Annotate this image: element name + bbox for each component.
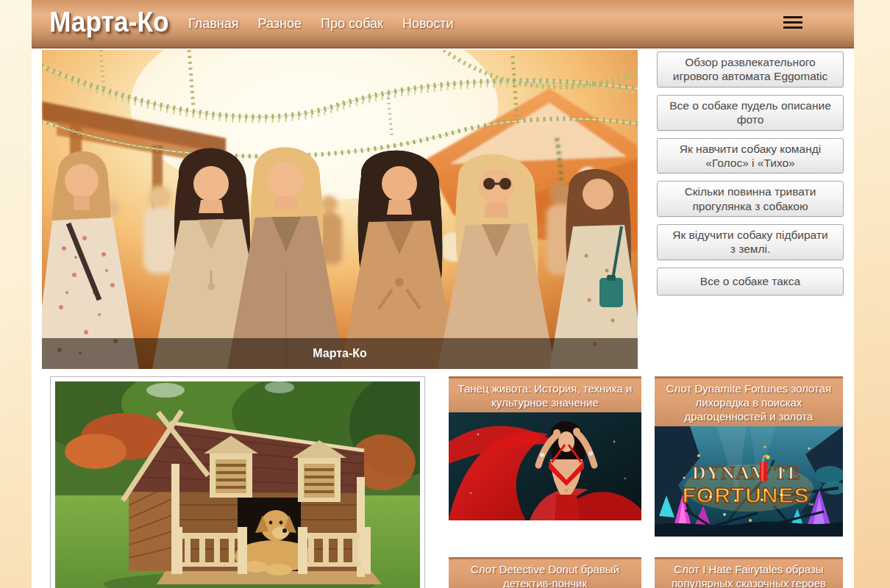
festival-photo bbox=[42, 50, 638, 369]
sidebar-link-walk-duration[interactable]: Скільки повинна тривати прогулянка з соб… bbox=[657, 181, 844, 217]
svg-text:FORTUNES: FORTUNES bbox=[683, 483, 810, 507]
i-hate-fairytales-card: Слот I Hate Fairytales образы популярных… bbox=[655, 557, 843, 588]
doghouse-photo[interactable] bbox=[55, 381, 420, 588]
svg-text:DYNAM TE: DYNAM TE bbox=[692, 462, 801, 484]
detective-donut-title[interactable]: Слот Detective Donut бравый детектив-пон… bbox=[449, 557, 641, 588]
hero-caption: Марта-Ко bbox=[42, 338, 638, 369]
belly-dance-title[interactable]: Танец живота: История, техника и культур… bbox=[449, 376, 641, 412]
site-logo[interactable]: Марта-Ко bbox=[49, 7, 169, 38]
main-container: Марта-Ко Главная Разное Про собак Новост… bbox=[32, 0, 854, 588]
nav-item-dogs[interactable]: Про собак bbox=[311, 16, 393, 32]
sidebar: Обзор развлекательного игрового автомата… bbox=[657, 51, 844, 303]
hamburger-menu-icon[interactable] bbox=[783, 15, 802, 32]
site-header: Марта-Ко Главная Разное Про собак Новост… bbox=[32, 0, 854, 49]
dynamite-fortunes-card: Слот Dynamite Fortunes золотая лихорадка… bbox=[655, 376, 843, 537]
i-hate-fairytales-title[interactable]: Слот I Hate Fairytales образы популярных… bbox=[655, 557, 843, 588]
sidebar-link-eggomatic[interactable]: Обзор развлекательного игрового автомата… bbox=[657, 51, 844, 87]
page: Марта-Ко Главная Разное Про собак Новост… bbox=[0, 0, 890, 588]
dynamite-fortunes-photo[interactable]: DYNAM TE FORTUNES ™ bbox=[655, 426, 843, 537]
sidebar-link-voice-command[interactable]: Як навчити собаку команді «Голос» і «Тих… bbox=[657, 138, 844, 174]
dynamite-fortunes-title[interactable]: Слот Dynamite Fortunes золотая лихорадка… bbox=[655, 376, 843, 426]
nav-item-news[interactable]: Новости bbox=[393, 16, 463, 32]
hero-image: Марта-Ко bbox=[42, 50, 638, 369]
belly-dancer-photo[interactable] bbox=[449, 412, 641, 520]
svg-text:™: ™ bbox=[808, 502, 814, 509]
detective-donut-card: Слот Detective Donut бравый детектив-пон… bbox=[449, 557, 641, 588]
sidebar-link-dachshund[interactable]: Все о собаке такса bbox=[657, 268, 844, 295]
dynamite-fortunes-logo: DYNAM TE FORTUNES ™ bbox=[683, 456, 814, 512]
doghouse-card[interactable] bbox=[50, 376, 425, 588]
nav-item-misc[interactable]: Разное bbox=[249, 16, 311, 32]
sidebar-link-pickup-habit[interactable]: Як відучити собаку підбирати з землі. bbox=[657, 224, 844, 260]
nav-item-home[interactable]: Главная bbox=[179, 16, 249, 32]
belly-dance-card: Танец живота: История, техника и культур… bbox=[449, 376, 641, 520]
sidebar-link-poodle[interactable]: Все о собаке пудель описание фото bbox=[657, 95, 844, 131]
main-nav: Главная Разное Про собак Новости bbox=[179, 0, 463, 47]
